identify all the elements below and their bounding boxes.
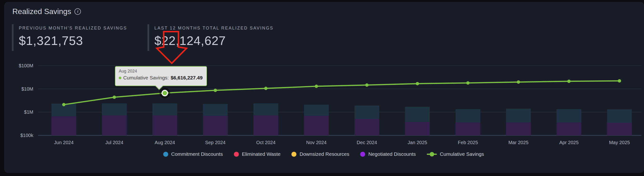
x-axis-tick-label: Oct 2024 bbox=[256, 140, 276, 145]
tooltip-row: Cumulative Savings: $6,616,227.49 bbox=[119, 75, 203, 81]
series-bullet-icon bbox=[119, 76, 121, 79]
x-axis-tick-label: Sep 2024 bbox=[205, 140, 226, 145]
x-axis-tick-label: Apr 2025 bbox=[559, 140, 578, 145]
x-axis-tick-label: Feb 2025 bbox=[458, 140, 478, 145]
legend-dot-icon bbox=[292, 152, 296, 157]
bar-segment-negotiated-discounts[interactable] bbox=[152, 115, 177, 135]
legend-dot-icon bbox=[430, 152, 434, 156]
line-point[interactable] bbox=[365, 84, 368, 87]
legend-label: Downsized Resources bbox=[300, 151, 349, 157]
y-axis-tick-label: $1M bbox=[24, 110, 33, 115]
legend-label: Negotiated Discounts bbox=[368, 151, 416, 157]
line-point[interactable] bbox=[62, 103, 66, 106]
legend-label: Cumulative Savings bbox=[440, 151, 484, 157]
y-axis-tick-label: $100M bbox=[19, 63, 33, 68]
line-point[interactable] bbox=[264, 87, 268, 90]
x-axis-tick-label: Aug 2024 bbox=[155, 140, 175, 145]
bar-segment-negotiated-discounts[interactable] bbox=[607, 123, 632, 135]
line-point[interactable] bbox=[466, 81, 470, 85]
legend-item-eliminated-waste[interactable]: Eliminated Waste bbox=[234, 151, 281, 157]
x-axis-tick-label: May 2025 bbox=[609, 140, 630, 145]
tooltip-title: Aug 2024 bbox=[119, 69, 203, 74]
legend-dot-icon bbox=[163, 152, 168, 157]
bar-segment-negotiated-discounts[interactable] bbox=[405, 122, 430, 135]
bar-segment-negotiated-discounts[interactable] bbox=[456, 122, 480, 135]
x-axis-tick-label: Jan 2025 bbox=[408, 140, 427, 145]
line-point[interactable] bbox=[214, 89, 217, 92]
line-point[interactable] bbox=[517, 80, 520, 84]
bar-segment-negotiated-discounts[interactable] bbox=[557, 122, 582, 135]
bar-segment-negotiated-discounts[interactable] bbox=[254, 115, 278, 135]
legend-line-marker-icon bbox=[427, 152, 437, 157]
tooltip-value: $6,616,227.49 bbox=[170, 75, 202, 81]
bar-segment-negotiated-discounts[interactable] bbox=[203, 116, 228, 135]
realized-savings-panel: Realized Savings i PREVIOUS MONTH'S REAL… bbox=[0, 0, 644, 176]
legend-label: Eliminated Waste bbox=[242, 151, 281, 157]
x-axis-tick-label: Dec 2024 bbox=[356, 140, 377, 145]
bar-segment-negotiated-discounts[interactable] bbox=[304, 116, 329, 135]
y-axis-tick-label: $100k bbox=[20, 133, 34, 138]
line-point[interactable] bbox=[618, 79, 621, 82]
x-axis-tick-label: Jun 2024 bbox=[54, 140, 74, 145]
y-axis-tick-label: $10M bbox=[22, 86, 33, 92]
chart-tooltip: Aug 2024 Cumulative Savings: $6,616,227.… bbox=[115, 66, 207, 86]
legend-item-commitment-discounts[interactable]: Commitment Discounts bbox=[163, 151, 223, 157]
legend-item-negotiated-discounts[interactable]: Negotiated Discounts bbox=[360, 151, 416, 157]
line-point[interactable] bbox=[568, 80, 571, 83]
legend-dot-icon bbox=[360, 152, 365, 157]
highlighted-line-point[interactable] bbox=[162, 90, 168, 96]
savings-chart[interactable]: $100k$1M$10M$100MJun 2024Jul 2024Aug 202… bbox=[0, 0, 644, 176]
x-axis-tick-label: Mar 2025 bbox=[508, 140, 528, 145]
legend-item-cumulative-savings[interactable]: Cumulative Savings bbox=[427, 151, 484, 157]
bar-segment-negotiated-discounts[interactable] bbox=[52, 116, 76, 135]
bar-segment-negotiated-discounts[interactable] bbox=[506, 122, 531, 135]
legend-dot-icon bbox=[234, 152, 239, 157]
line-point[interactable] bbox=[416, 82, 419, 86]
legend-label: Commitment Discounts bbox=[171, 151, 223, 157]
bar-segment-negotiated-discounts[interactable] bbox=[102, 115, 127, 135]
x-axis-tick-label: Nov 2024 bbox=[306, 140, 327, 145]
bar-segment-negotiated-discounts[interactable] bbox=[354, 119, 379, 135]
tooltip-series-label: Cumulative Savings: bbox=[123, 75, 169, 81]
line-point[interactable] bbox=[113, 96, 116, 99]
chart-legend: Commitment DiscountsEliminated WasteDown… bbox=[5, 151, 642, 157]
x-axis-tick-label: Jul 2024 bbox=[106, 140, 124, 145]
legend-item-downsized-resources[interactable]: Downsized Resources bbox=[292, 151, 349, 157]
line-point[interactable] bbox=[315, 85, 318, 88]
